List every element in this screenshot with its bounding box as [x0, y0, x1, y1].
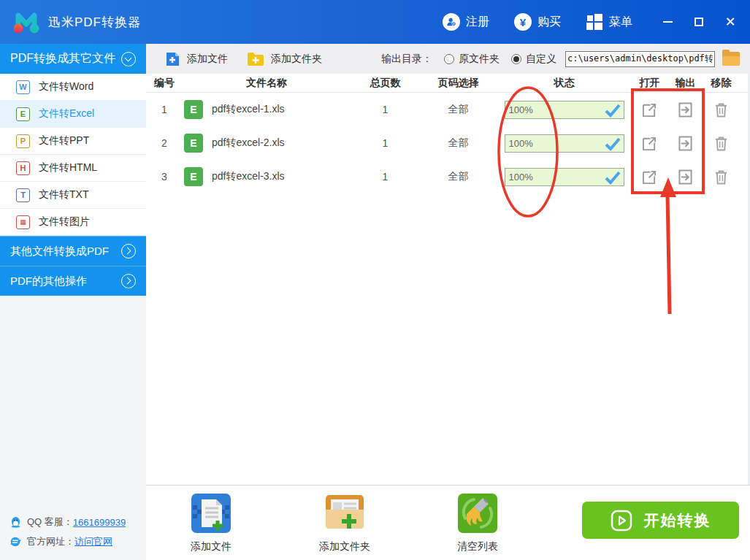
official-site-link[interactable]: 访问官网 [74, 535, 112, 548]
site-label: 官方网址： [27, 535, 74, 548]
file-name: pdf转excel-2.xls [212, 137, 285, 150]
progress-value: 100% [509, 138, 533, 149]
menu-button[interactable]: 菜单 [586, 13, 632, 31]
chevron-down-icon [121, 52, 136, 66]
output-path-input[interactable] [565, 51, 715, 67]
table-row: 2 E pdf转excel-2.xls 1 全部 100% [146, 126, 748, 160]
progress-bar: 100% [505, 134, 624, 153]
table-row: 1 E pdf转excel-1.xls 1 全部 100% [146, 93, 748, 126]
sidebar-item-label: 文件转Excel [39, 107, 94, 120]
page-range[interactable]: 全部 [420, 170, 497, 183]
menu-label: 菜单 [609, 15, 632, 30]
add-folder-label: 添加文件夹 [271, 53, 322, 66]
page-range[interactable]: 全部 [420, 137, 497, 150]
add-folder-icon [247, 52, 264, 66]
radio-custom[interactable]: 自定义 [511, 53, 556, 66]
minimize-button[interactable] [655, 9, 680, 34]
radio-original-dot [444, 54, 454, 64]
sidebar-item-ppt[interactable]: P 文件转PPT [0, 128, 146, 155]
register-button[interactable]: 注册 [443, 13, 489, 31]
header-remove: 移除 [703, 77, 739, 90]
add-file-button[interactable]: 添加文件 [165, 51, 228, 67]
add-folder-button[interactable]: 添加文件夹 [247, 52, 322, 66]
row-number: 3 [146, 171, 183, 183]
sidebar-item-label: 文件转图片 [39, 215, 90, 229]
progress-value: 100% [509, 104, 533, 115]
footer-add-folder-button[interactable]: 添加文件夹 [301, 494, 389, 553]
app-logo-icon [12, 9, 41, 35]
file-name: pdf转excel-1.xls [212, 103, 285, 116]
progress-value: 100% [509, 172, 533, 183]
browse-folder-icon[interactable] [722, 52, 740, 66]
sidebar-group-pdf-to-other[interactable]: PDF转换成其它文件 [0, 44, 146, 74]
footer-add-file-icon [191, 494, 231, 533]
delete-row-button[interactable] [714, 136, 728, 151]
buy-label: 购买 [537, 15, 561, 30]
sidebar-item-label: 文件转HTML [39, 161, 97, 174]
buy-button[interactable]: ¥ 购买 [514, 13, 561, 31]
ppt-file-icon: P [16, 134, 30, 148]
radio-original-folder[interactable]: 原文件夹 [444, 53, 500, 66]
qq-icon [9, 516, 22, 528]
header-pages: 总页数 [351, 77, 420, 90]
page-range[interactable]: 全部 [420, 103, 497, 116]
sidebar-item-label: 文件转PPT [39, 134, 89, 147]
register-user-icon [443, 13, 460, 31]
done-check-icon [605, 104, 621, 118]
file-name: pdf转excel-3.xls [212, 170, 285, 183]
delete-row-button[interactable] [714, 169, 728, 185]
maximize-icon [694, 18, 703, 26]
table-row: 3 E pdf转excel-3.xls 1 全部 100% [146, 160, 748, 193]
sidebar-group-pdf-other-ops[interactable]: PDF的其他操作 [0, 266, 146, 296]
add-file-label: 添加文件 [187, 53, 228, 66]
excel-badge-icon: E [184, 167, 203, 186]
sidebar-item-excel[interactable]: E 文件转Excel [0, 101, 146, 128]
browser-icon [9, 536, 22, 548]
footer-clear-list-button[interactable]: 清空列表 [434, 494, 521, 553]
sidebar-group-other-to-pdf[interactable]: 其他文件转换成PDF [0, 236, 146, 266]
footer-bar: 添加文件 添加文件夹 清空列表 开始转换 [146, 485, 750, 560]
open-output-button[interactable] [678, 136, 692, 151]
chevron-right-icon [121, 274, 136, 288]
start-convert-button[interactable]: 开始转换 [582, 502, 739, 539]
radio-custom-dot [511, 54, 521, 64]
open-output-button[interactable] [678, 169, 692, 185]
minimize-icon [663, 21, 673, 23]
sidebar-item-html[interactable]: H 文件转HTML [0, 155, 146, 182]
done-check-icon [605, 137, 621, 151]
sidebar-item-txt[interactable]: T 文件转TXT [0, 182, 146, 209]
close-button[interactable]: ✕ [718, 9, 743, 34]
start-convert-label: 开始转换 [644, 510, 711, 531]
open-file-button[interactable] [642, 169, 657, 185]
close-icon: ✕ [724, 15, 735, 28]
header-filename: 文件名称 [183, 77, 351, 90]
table-header: 编号 文件名称 总页数 页码选择 状态 打开 输出 移除 [146, 74, 748, 93]
delete-row-button[interactable] [714, 102, 728, 118]
open-output-button[interactable] [678, 102, 692, 118]
radio-original-label: 原文件夹 [459, 53, 500, 66]
register-label: 注册 [466, 15, 489, 30]
qq-number-link[interactable]: 1661699939 [73, 517, 126, 528]
footer-clear-list-icon [458, 494, 497, 533]
sidebar-group-label: PDF转换成其它文件 [10, 51, 115, 66]
maximize-button[interactable] [686, 9, 711, 34]
sidebar-item-word[interactable]: W 文件转Word [0, 74, 146, 101]
footer-add-folder-label: 添加文件夹 [301, 540, 389, 553]
sidebar: PDF转换成其它文件 W 文件转Word E 文件转Excel P 文件转PPT… [0, 44, 146, 560]
page-count: 1 [351, 137, 420, 149]
header-number: 编号 [146, 77, 183, 90]
play-icon [611, 510, 632, 532]
sidebar-item-label: 文件转TXT [39, 188, 88, 202]
footer-clear-list-label: 清空列表 [434, 540, 521, 553]
row-number: 1 [146, 104, 183, 115]
footer-add-file-button[interactable]: 添加文件 [167, 494, 255, 553]
sidebar-item-image[interactable]: ▦ 文件转图片 [0, 209, 146, 236]
progress-bar: 100% [505, 101, 624, 119]
toolbar: 添加文件 添加文件夹 输出目录： 原文件夹 自定义 [146, 44, 750, 74]
open-file-button[interactable] [642, 102, 657, 118]
sidebar-item-label: 文件转Word [39, 80, 93, 93]
add-file-icon [165, 51, 180, 67]
menu-grid-icon [586, 13, 603, 31]
excel-file-icon: E [16, 107, 30, 121]
open-file-button[interactable] [642, 136, 657, 151]
